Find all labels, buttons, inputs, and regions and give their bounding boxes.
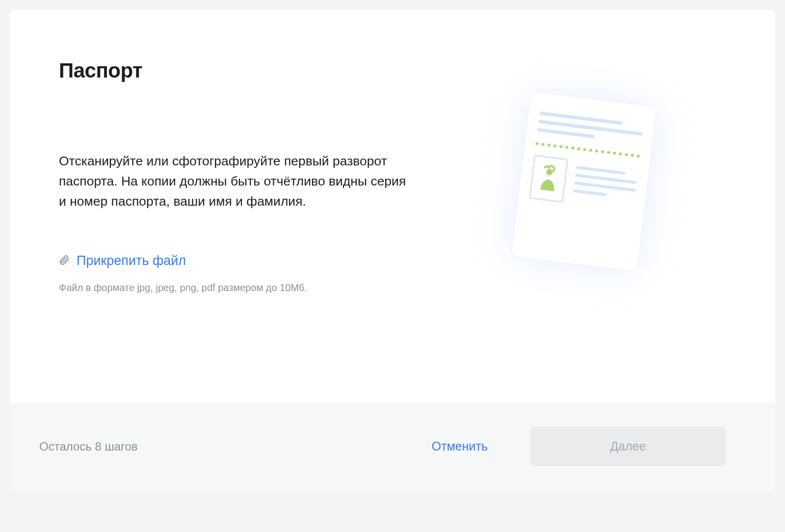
instructions-text: Отсканируйте или сфотографируйте первый … xyxy=(59,151,412,212)
passport-illustration xyxy=(510,91,657,272)
footer-bar: Осталось 8 шагов Отменить Далее xyxy=(10,403,775,491)
footer-actions: Отменить Далее xyxy=(429,426,726,466)
upload-passport-card: Паспорт Отсканируйте или сфотографируйте… xyxy=(10,10,775,491)
upload-hint-text: Файл в формате jpg, jpeg, png, pdf разме… xyxy=(59,280,412,295)
steps-remaining-label: Осталось 8 шагов xyxy=(39,440,429,453)
cancel-button[interactable]: Отменить xyxy=(429,434,491,458)
passport-doc-icon xyxy=(510,91,657,272)
card-content: Паспорт Отсканируйте или сфотографируйте… xyxy=(10,10,775,403)
next-button[interactable]: Далее xyxy=(530,426,726,466)
attach-file-button[interactable]: Прикрепить файл xyxy=(59,253,412,268)
attach-file-label: Прикрепить файл xyxy=(77,253,186,268)
passport-photo-icon xyxy=(529,155,568,203)
left-column: Паспорт Отсканируйте или сфотографируйте… xyxy=(59,59,412,403)
page-title: Паспорт xyxy=(59,59,412,82)
paperclip-icon xyxy=(59,254,70,268)
right-column xyxy=(442,59,726,403)
